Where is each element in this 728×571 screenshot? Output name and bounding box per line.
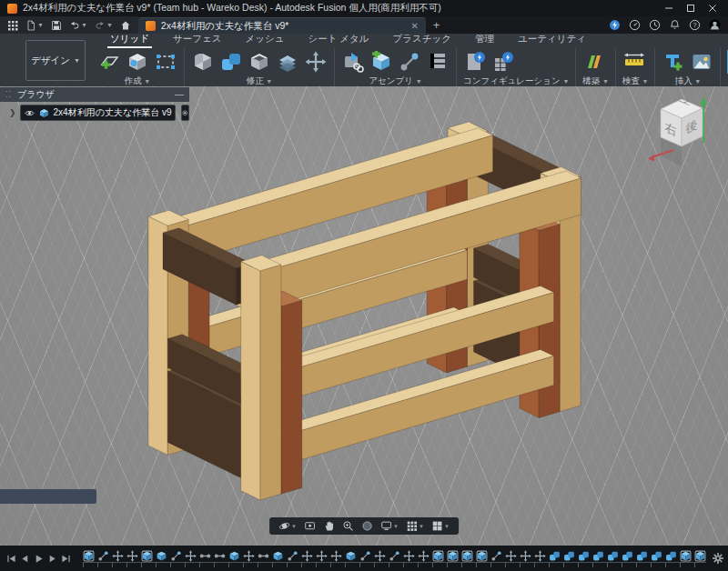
dropdown-caret-icon[interactable]: ▼ xyxy=(37,22,44,28)
timeline-feature-move-icon[interactable] xyxy=(403,550,415,562)
ribbon-tab-メッシュ[interactable]: メッシュ xyxy=(233,33,296,48)
play-icon[interactable] xyxy=(33,552,45,565)
insert-tool-button[interactable] xyxy=(341,50,365,74)
dropdown-caret-icon[interactable]: ▼ xyxy=(444,524,450,529)
maximize-button[interactable] xyxy=(686,4,695,13)
minimize-button[interactable] xyxy=(664,4,673,13)
workbench-3d-model[interactable] xyxy=(0,86,728,546)
browser-root-item[interactable]: 2x4材利用の丈夫な作業台 v9 xyxy=(20,105,177,121)
timeline-feature-component-icon[interactable] xyxy=(83,550,95,562)
step-back-icon[interactable] xyxy=(19,552,31,565)
timeline-feature-combine-icon[interactable] xyxy=(636,550,648,562)
combine-tool-button[interactable] xyxy=(219,50,243,74)
timeline-feature-joint-icon[interactable] xyxy=(389,550,400,562)
timeline-feature-body-icon[interactable] xyxy=(345,550,357,562)
timeline-feature-body-icon[interactable] xyxy=(228,550,240,562)
undo-icon[interactable]: ▼ xyxy=(67,19,89,32)
nav-look-at-button[interactable] xyxy=(302,520,318,532)
timeline-feature-rigid-group-icon[interactable] xyxy=(214,550,226,562)
dropdown-caret-icon[interactable]: ▼ xyxy=(106,22,113,28)
canvas-image-tool-button[interactable] xyxy=(690,50,713,74)
timeline-feature-component-icon[interactable] xyxy=(447,550,459,562)
timeline-feature-move-icon[interactable] xyxy=(301,550,313,562)
nav-display-settings-button[interactable]: ▼ xyxy=(379,520,400,532)
visibility-eye-icon[interactable] xyxy=(25,108,35,118)
timeline-feature-joint-icon[interactable] xyxy=(490,550,502,562)
ribbon-tab-ユーティリティ[interactable]: ユーティリティ xyxy=(506,33,598,48)
expand-chevron-icon[interactable]: ❯ xyxy=(9,108,16,117)
nav-grid-snaps-button[interactable]: ▼ xyxy=(404,520,426,532)
view-cube-body[interactable]: 上 右 後 xyxy=(661,95,703,146)
viewport-canvas[interactable]: ⁚⁚ ブラウザ — ❯ 2x4材利用の丈夫な作業台 v9 xyxy=(0,86,728,546)
ribbon-tab-シート メタル[interactable]: シート メタル xyxy=(296,33,380,48)
construction-plane-tool-button[interactable] xyxy=(582,50,606,74)
timeline-feature-component-icon[interactable] xyxy=(432,550,444,562)
timeline-feature-body-icon[interactable] xyxy=(272,550,284,562)
primitive-box-tool-button[interactable] xyxy=(126,50,149,74)
timeline-feature-move-icon[interactable] xyxy=(330,550,342,562)
shell-tool-button[interactable] xyxy=(248,50,271,74)
timeline-feature-move-icon[interactable] xyxy=(316,550,328,562)
timeline-feature-component-icon[interactable] xyxy=(694,550,706,562)
extensions-icon[interactable] xyxy=(609,19,621,31)
joint-tool-button[interactable] xyxy=(398,50,421,74)
create-sketch-tool-button[interactable] xyxy=(97,50,121,74)
sketch-palette-tool-button[interactable] xyxy=(154,50,177,74)
view-cube[interactable]: 上 右 後 xyxy=(642,90,721,168)
timeline-feature-rigid-group-icon[interactable] xyxy=(258,550,269,562)
timeline-feature-move-icon[interactable] xyxy=(374,550,386,562)
workspace-selector[interactable]: デザイン ▼ xyxy=(25,40,86,81)
version-history-icon[interactable] xyxy=(649,19,661,31)
timeline-feature-move-icon[interactable] xyxy=(243,550,255,562)
timeline-feature-joint-icon[interactable] xyxy=(359,550,371,562)
ribbon-tab-ソリッド[interactable]: ソリッド xyxy=(98,33,161,48)
decal-tool-button[interactable] xyxy=(662,50,685,74)
timeline-feature-component-icon[interactable] xyxy=(461,550,473,562)
timeline-feature-combine-icon[interactable] xyxy=(622,550,633,562)
bom-tool-button[interactable] xyxy=(426,50,450,74)
timeline-feature-combine-icon[interactable] xyxy=(651,550,662,562)
timeline-feature-component-icon[interactable] xyxy=(680,550,692,562)
dropdown-caret-icon[interactable]: ▼ xyxy=(291,524,297,529)
step-forward-icon[interactable] xyxy=(46,552,58,565)
timeline-feature-move-icon[interactable] xyxy=(505,550,517,562)
new-tab-button[interactable]: + xyxy=(426,16,448,34)
timeline-feature-component-icon[interactable] xyxy=(476,550,488,562)
nav-viewports-button[interactable]: ▼ xyxy=(430,520,451,532)
timeline-feature-combine-icon[interactable] xyxy=(578,550,590,562)
timeline-feature-combine-icon[interactable] xyxy=(592,550,604,562)
job-status-icon[interactable] xyxy=(629,19,641,31)
offset-face-tool-button[interactable] xyxy=(276,50,299,74)
ribbon-tab-サーフェス[interactable]: サーフェス xyxy=(161,33,233,48)
config-table-tool-button[interactable] xyxy=(491,50,515,74)
dropdown-caret-icon[interactable]: ▼ xyxy=(419,524,424,529)
dropdown-caret-icon[interactable]: ▼ xyxy=(393,524,399,529)
browser-header[interactable]: ⁚⁚ ブラウザ — xyxy=(0,87,189,102)
help-icon[interactable]: ? xyxy=(689,19,701,31)
app-grid-icon[interactable] xyxy=(5,19,20,32)
timeline-feature-joint-icon[interactable] xyxy=(287,550,298,562)
nav-orbit-button[interactable]: ▼ xyxy=(277,520,298,532)
document-tab[interactable]: 2x4材利用の丈夫な作業台 v9* ✕ xyxy=(138,17,426,34)
fillet-tool-button[interactable] xyxy=(191,50,215,74)
ribbon-tab-プラスチック[interactable]: プラスチック xyxy=(381,33,463,48)
timeline-feature-move-icon[interactable] xyxy=(126,550,138,562)
configure-tool-button[interactable] xyxy=(463,50,487,74)
timeline-feature-combine-icon[interactable] xyxy=(549,550,561,562)
nav-pan-button[interactable] xyxy=(321,520,337,532)
timeline-settings-gear-icon[interactable] xyxy=(712,552,724,565)
dropdown-caret-icon[interactable]: ▼ xyxy=(81,22,87,28)
home-icon[interactable] xyxy=(118,19,133,32)
timeline-feature-joint-icon[interactable] xyxy=(170,550,182,562)
close-button[interactable] xyxy=(708,4,717,13)
timeline-feature-combine-icon[interactable] xyxy=(607,550,619,562)
timeline-feature-move-icon[interactable] xyxy=(112,550,124,562)
go-to-end-icon[interactable] xyxy=(60,552,72,565)
account-avatar-icon[interactable] xyxy=(709,19,721,31)
timeline-feature-move-icon[interactable] xyxy=(185,550,197,562)
measure-tool-button[interactable] xyxy=(622,50,646,74)
timeline-feature-move-icon[interactable] xyxy=(534,550,546,562)
nav-fit-button[interactable] xyxy=(359,520,375,532)
browser-root-row[interactable]: ❯ 2x4材利用の丈夫な作業台 v9 xyxy=(9,105,189,121)
timeline-feature-rigid-group-icon[interactable] xyxy=(199,550,211,562)
